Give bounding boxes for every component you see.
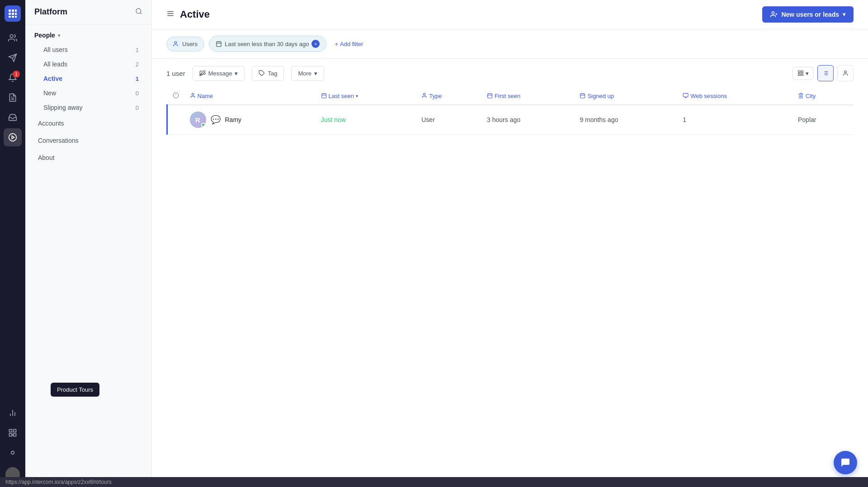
main-header: Active New users or leads ▾ (152, 0, 868, 29)
svg-point-31 (772, 12, 774, 14)
table-row[interactable]: R 💬 Ramy Just now User 3 hours ago 9 mon… (167, 105, 854, 135)
info-col-icon (173, 92, 179, 100)
svg-rect-3 (9, 13, 11, 15)
svg-rect-1 (12, 9, 14, 12)
row-info-cell (167, 105, 184, 135)
col-first-seen-header[interactable]: First seen (481, 88, 574, 105)
svg-rect-55 (321, 94, 326, 98)
column-selector-button[interactable]: ▾ (793, 67, 814, 80)
row-signed-up-cell: 9 months ago (574, 105, 677, 135)
svg-point-26 (136, 9, 141, 14)
filter-bar: Users Last seen less than 30 days ago + … (152, 29, 868, 59)
nav-icon-tours[interactable] (4, 128, 22, 146)
table-container: Name (152, 88, 868, 487)
svg-point-50 (844, 71, 847, 73)
nav-icon-people[interactable] (4, 29, 22, 47)
nav-icon-notifications[interactable]: 1 (4, 69, 22, 87)
nav-icon-settings[interactable] (4, 444, 22, 462)
new-users-button[interactable]: New users or leads ▾ (762, 6, 854, 23)
nav-icon-reports[interactable] (4, 404, 22, 422)
left-sidebar: Product Tours Platform People ▾ All user… (25, 0, 152, 487)
nav-icon-outbound[interactable] (4, 49, 22, 67)
svg-point-14 (9, 134, 17, 141)
col-city-header[interactable]: City (793, 88, 854, 105)
chat-bubble-button[interactable] (834, 451, 857, 474)
chat-icon: 💬 (211, 115, 221, 125)
product-tours-tooltip: Product Tours (51, 383, 99, 397)
svg-marker-15 (12, 136, 14, 139)
col-type-header[interactable]: Type (416, 88, 481, 105)
plus-icon: + (335, 41, 338, 47)
last-seen-col-icon (321, 93, 327, 100)
sidebar-header: Platform (25, 0, 151, 24)
add-filter-button[interactable]: + Add filter (331, 37, 367, 51)
svg-rect-7 (12, 16, 14, 18)
sidebar-item-about[interactable]: About (29, 150, 148, 166)
list-view-button[interactable] (817, 65, 834, 81)
svg-rect-19 (9, 430, 12, 432)
sidebar-item-all-leads[interactable]: All leads 2 (29, 57, 148, 71)
more-button[interactable]: More ▾ (291, 66, 324, 81)
nav-icon-inbox2[interactable] (4, 108, 22, 126)
sidebar-item-slipping-away[interactable]: Slipping away 0 (29, 101, 148, 114)
users-filter-button[interactable]: Users (166, 37, 204, 52)
avatar: R (190, 112, 206, 128)
sidebar-item-conversations[interactable]: Conversations (29, 132, 148, 149)
message-button[interactable]: Message ▾ (193, 66, 245, 81)
signed-up-col-icon (580, 93, 585, 100)
type-col-icon (421, 93, 427, 100)
icon-sidebar: 1 (0, 0, 25, 487)
sidebar-item-new[interactable]: New 0 (29, 86, 148, 100)
row-last-seen-cell: Just now (316, 105, 416, 135)
filter-plus-badge: + (311, 40, 320, 48)
svg-rect-8 (15, 16, 17, 18)
first-seen-col-icon (487, 93, 493, 100)
svg-rect-68 (683, 93, 688, 97)
col-signed-up-header[interactable]: Signed up (574, 88, 677, 105)
tag-button[interactable]: Tag (252, 66, 284, 81)
sidebar-item-all-users[interactable]: All users 1 (29, 43, 148, 56)
svg-rect-41 (801, 71, 803, 73)
toolbar: 1 user Message ▾ Tag More ▾ (152, 59, 868, 88)
col-last-seen-header[interactable]: Last seen ▾ (316, 88, 416, 105)
app-logo[interactable] (5, 5, 21, 22)
search-icon[interactable] (135, 8, 142, 17)
svg-point-34 (175, 42, 177, 44)
col-web-sessions-header[interactable]: Web sessions (677, 88, 793, 105)
page-title: Active (180, 9, 210, 20)
sidebar-item-accounts[interactable]: Accounts (29, 115, 148, 131)
dropdown-arrow-icon: ▾ (843, 11, 845, 18)
svg-rect-43 (801, 74, 803, 75)
svg-rect-40 (798, 71, 800, 73)
svg-rect-64 (580, 94, 585, 98)
more-dropdown-icon: ▾ (314, 70, 317, 77)
name-col-icon (190, 93, 196, 100)
col-info (167, 88, 184, 105)
svg-rect-20 (14, 430, 16, 432)
people-section[interactable]: People ▾ (25, 24, 151, 42)
status-url: https://app.intercom.io/a/apps/z2xxl6ht/… (5, 479, 112, 485)
chevron-down-icon: ▾ (806, 70, 809, 77)
svg-point-9 (10, 35, 13, 38)
svg-rect-6 (9, 16, 11, 18)
svg-rect-60 (488, 94, 492, 98)
nav-icon-inbox[interactable] (4, 89, 22, 107)
nav-icon-apps[interactable] (4, 424, 22, 442)
message-dropdown-icon: ▾ (235, 70, 238, 77)
row-city-cell: Poplar (793, 105, 854, 135)
row-name-cell: R 💬 Ramy (184, 105, 316, 135)
row-type-cell: User (416, 105, 481, 135)
sidebar-item-active[interactable]: Active 1 (29, 72, 148, 85)
last-seen-filter-button[interactable]: Last seen less than 30 days ago + (209, 36, 326, 52)
svg-point-25 (11, 451, 14, 454)
svg-rect-21 (14, 434, 16, 436)
user-count: 1 user (166, 70, 185, 77)
svg-marker-76 (799, 93, 803, 94)
user-name: Ramy (225, 116, 242, 123)
svg-line-27 (140, 13, 142, 14)
col-name-header[interactable]: Name (184, 88, 316, 105)
menu-icon[interactable] (166, 9, 175, 20)
svg-rect-5 (15, 13, 17, 15)
web-sessions-col-icon (683, 93, 689, 100)
profile-view-button[interactable] (837, 65, 854, 81)
